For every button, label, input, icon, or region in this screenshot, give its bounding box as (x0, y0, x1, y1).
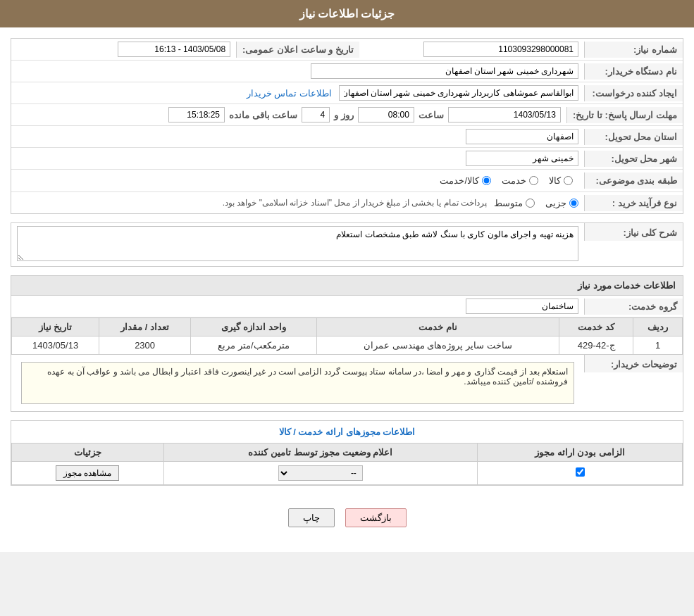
deadline-time-row: ساعت روز و ساعت باقی مانده (11, 104, 566, 125)
buyer-org-row: نام دستگاه خریدار: (11, 61, 683, 82)
process-label: نوع فرآیند خرید : (584, 195, 683, 211)
page-title: جزئیات اطلاعات نیاز (299, 8, 395, 20)
permits-section-link[interactable]: اطلاعات مجوزهای ارائه خدمت / کالا (279, 427, 416, 437)
category-radio-group: کالا خدمت کالا/خدمت (17, 172, 578, 189)
buyer-notes-value: استعلام بعد از قیمت گذاری و مهر و امضا ،… (11, 355, 584, 411)
services-table: ردیف کد خدمت نام خدمت واحد اندازه گیری ت… (11, 318, 683, 355)
description-section: شرح کلی نیاز: هزینه تهیه و اجرای مالون ک… (11, 222, 683, 267)
deadline-remaining-input[interactable] (168, 107, 225, 122)
announce-label: تاریخ و ساعت اعلان عمومی: (236, 42, 359, 58)
category-service-label[interactable]: خدمت (502, 175, 538, 186)
description-row: شرح کلی نیاز: هزینه تهیه و اجرای مالون ک… (11, 223, 683, 266)
province-value (11, 126, 584, 147)
process-medium-label[interactable]: متوسط (494, 198, 535, 208)
permits-col-details: جزئیات (12, 444, 164, 462)
description-value: هزینه تهیه و اجرای مالون کاری با سنگ لاش… (11, 223, 584, 266)
main-info-section: شماره نیاز: تاریخ و ساعت اعلان عمومی: نا… (11, 38, 683, 214)
service-group-input[interactable] (466, 298, 578, 314)
deadline-days-input[interactable] (302, 107, 330, 122)
permits-status-select[interactable]: -- (278, 465, 363, 481)
description-textarea[interactable]: هزینه تهیه و اجرای مالون کاری با سنگ لاش… (17, 226, 578, 261)
col-unit: واحد اندازه گیری (191, 318, 317, 337)
print-button[interactable]: چاپ (288, 508, 335, 527)
back-button[interactable]: بازگشت (345, 508, 407, 527)
creator-row: ایجاد کننده درخواست: اطلاعات تماس خریدار (11, 82, 683, 104)
service-group-row: گروه خدمت: (11, 296, 683, 318)
category-both-text: کالا/خدمت (440, 175, 479, 186)
services-section: اطلاعات خدمات مورد نیاز گروه خدمت: ردیف … (11, 275, 683, 412)
buyer-notes-row: توضیحات خریدار: استعلام بعد از قیمت گذار… (11, 355, 683, 411)
creator-value: اطلاعات تماس خریدار (11, 82, 584, 103)
creator-label: ایجاد کننده درخواست: (584, 85, 683, 101)
cell-service-name: ساخت سایر پروژه‌های مهندسی عمران (316, 337, 559, 355)
service-group-label: گروه خدمت: (584, 298, 683, 315)
permits-cell-required (478, 462, 683, 485)
view-permit-button[interactable]: مشاهده مجوز (56, 465, 119, 481)
page-wrapper: جزئیات اطلاعات نیاز شماره نیاز: تاریخ و … (0, 0, 694, 552)
deadline-date-input[interactable] (448, 107, 561, 122)
deadline-label: مهلت ارسال پاسخ: تا تاریخ: (566, 107, 683, 123)
deadline-day-label: روز و (334, 110, 354, 120)
province-label: استان محل تحویل: (584, 129, 683, 145)
announce-value (11, 39, 236, 60)
description-label: شرح کلی نیاز: (584, 223, 683, 241)
services-title: اطلاعات خدمات مورد نیاز (11, 276, 683, 296)
category-goods-radio[interactable] (564, 176, 573, 185)
deadline-remaining-label: ساعت باقی مانده (229, 110, 297, 120)
category-label: طبقه بندی موضوعی: (584, 172, 683, 189)
cell-rownum: 1 (633, 337, 683, 355)
permits-col-required: الزامی بودن ارائه مجوز (478, 444, 683, 462)
content-area: شماره نیاز: تاریخ و ساعت اعلان عمومی: نا… (0, 27, 694, 552)
process-radio-group: جزیی متوسط (494, 198, 578, 208)
contact-link[interactable]: اطلاعات تماس خریدار (247, 88, 332, 99)
permits-section: اطلاعات مجوزهای ارائه خدمت / کالا الزامی… (11, 420, 683, 486)
permits-cell-details: مشاهده مجوز (12, 462, 164, 485)
city-label: شهر محل تحویل: (584, 151, 683, 167)
process-partial-text: جزیی (545, 198, 566, 208)
announce-input[interactable] (118, 42, 230, 57)
need-number-value (359, 39, 584, 60)
category-service-radio[interactable] (529, 176, 538, 185)
process-note: پرداخت تمام یا بخشی از مبلغ خریدار از مح… (223, 198, 487, 208)
process-value: جزیی متوسط پرداخت تمام یا بخشی از مبلغ خ… (11, 195, 584, 211)
table-row: 1 ج-42-429 ساخت سایر پروژه‌های مهندسی عم… (12, 337, 683, 355)
need-number-row: شماره نیاز: تاریخ و ساعت اعلان عمومی: (11, 39, 683, 61)
col-service-code: کد خدمت (559, 318, 633, 337)
service-group-value (11, 296, 584, 317)
process-medium-text: متوسط (494, 198, 523, 208)
permits-required-checkbox[interactable] (576, 467, 585, 477)
city-input[interactable] (466, 151, 578, 166)
permits-col-status: اعلام وضعیت مجوز توسط تامین کننده (163, 444, 478, 462)
deadline-time-label: ساعت (419, 110, 444, 120)
buyer-org-label: نام دستگاه خریدار: (584, 63, 683, 80)
process-partial-radio[interactable] (569, 199, 578, 208)
buyer-notes-box: استعلام بعد از قیمت گذاری و مهر و امضا ،… (21, 362, 574, 404)
col-quantity: تعداد / مقدار (99, 318, 191, 337)
creator-input[interactable] (339, 85, 578, 101)
category-both-label[interactable]: کالا/خدمت (440, 175, 491, 186)
col-rownum: ردیف (633, 318, 683, 337)
permits-table-row: -- مشاهده مجوز (12, 462, 683, 485)
deadline-time-input[interactable] (358, 107, 414, 122)
process-medium-radio[interactable] (526, 199, 535, 208)
col-service-name: نام خدمت (316, 318, 559, 337)
cell-unit: مترمکعب/متر مربع (191, 337, 317, 355)
buyer-org-value (11, 61, 584, 82)
permits-cell-status: -- (163, 462, 478, 485)
province-input[interactable] (466, 129, 578, 144)
process-partial-label[interactable]: جزیی (545, 198, 578, 208)
need-number-label: شماره نیاز: (584, 42, 683, 58)
deadline-row: مهلت ارسال پاسخ: تا تاریخ: ساعت روز و سا… (11, 104, 683, 126)
need-number-input[interactable] (423, 42, 578, 57)
category-both-radio[interactable] (482, 176, 491, 185)
buyer-notes-label: توضیحات خریدار: (584, 355, 683, 372)
category-goods-text: کالا (549, 175, 561, 186)
category-service-text: خدمت (502, 175, 526, 186)
buyer-org-input[interactable] (311, 63, 578, 79)
province-row: استان محل تحویل: (11, 126, 683, 148)
permits-link: اطلاعات مجوزهای ارائه خدمت / کالا (11, 421, 683, 443)
city-row: شهر محل تحویل: (11, 148, 683, 170)
cell-need-date: 1403/05/13 (12, 337, 99, 355)
category-row: طبقه بندی موضوعی: کالا خدمت (11, 170, 683, 192)
category-goods-label[interactable]: کالا (549, 175, 573, 186)
